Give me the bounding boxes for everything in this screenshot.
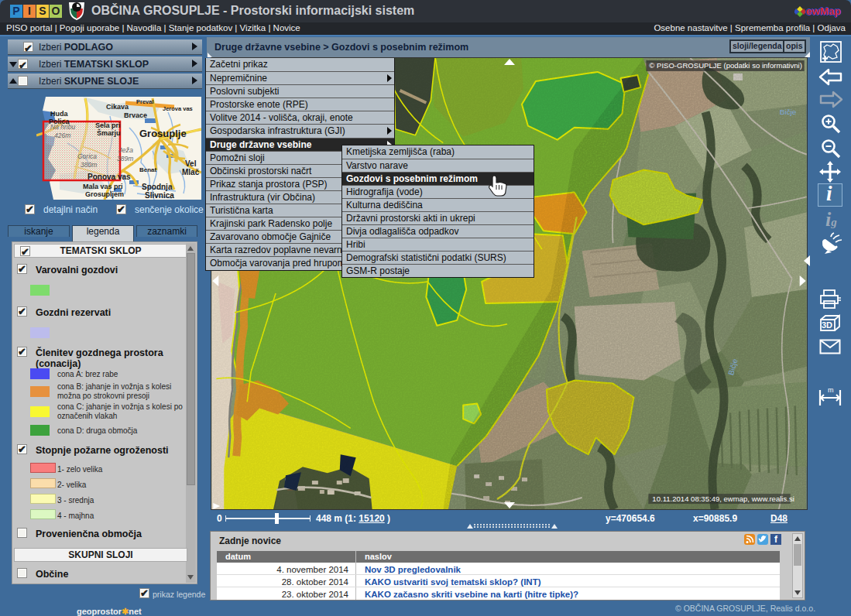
svg-text:Benat: Benat <box>139 166 157 173</box>
svg-text:Sela pri: Sela pri <box>95 121 121 129</box>
svg-text:Na hribu: Na hribu <box>50 123 75 131</box>
svg-text:Huda: Huda <box>50 110 68 118</box>
svg-text:Grosupljem: Grosupljem <box>85 190 124 198</box>
svg-text:Grosuplje: Grosuplje <box>139 128 187 139</box>
svg-text:© PISO-GROSUPLJE (podatki so i: © PISO-GROSUPLJE (podatki so informativn… <box>649 61 802 70</box>
svg-text:Mlač: Mlač <box>182 168 200 176</box>
svg-text:Mala vas pri: Mala vas pri <box>83 183 123 190</box>
svg-text:Preval: Preval <box>136 98 154 105</box>
svg-text:389m: 389m <box>117 155 133 163</box>
svg-text:Slivnica: Slivnica <box>145 191 174 200</box>
svg-text:380m: 380m <box>81 161 97 169</box>
svg-text:Šmarju: Šmarju <box>97 128 121 137</box>
svg-text:Jerova vas: Jerova vas <box>163 105 193 112</box>
svg-text:426m: 426m <box>54 132 70 139</box>
svg-text:Gorica: Gorica <box>77 152 97 160</box>
svg-text:Vel: Vel <box>185 159 197 168</box>
svg-text:Cikava: Cikava <box>106 103 129 111</box>
svg-text:10.11.2014 08:35:49, ewmap, ww: 10.11.2014 08:35:49, ewmap, www.realis.s… <box>652 495 794 503</box>
svg-text:3D: 3D <box>822 320 832 330</box>
svg-text:m: m <box>828 386 834 394</box>
svg-text:Brvace: Brvace <box>124 111 147 119</box>
svg-text:Spodnja: Spodnja <box>142 183 173 191</box>
svg-text:Bičje: Bičje <box>780 108 797 116</box>
svg-text:Ježa: Ježa <box>118 146 133 154</box>
svg-text:Ponova vas: Ponova vas <box>88 173 131 181</box>
